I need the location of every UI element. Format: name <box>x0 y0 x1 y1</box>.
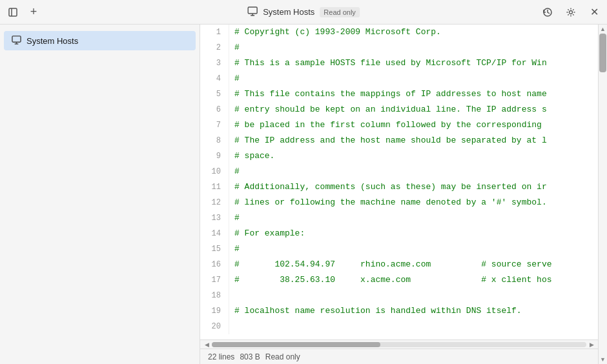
history-icon[interactable] <box>541 6 554 19</box>
table-row: 13# <box>200 210 598 226</box>
title-bar-center: System Hosts Read only <box>247 6 360 19</box>
svg-rect-0 <box>9 8 17 16</box>
table-row: 16# 102.54.94.97 rhino.acme.com # source… <box>200 257 598 272</box>
line-number: 13 <box>200 210 229 226</box>
line-number: 1 <box>200 25 229 40</box>
line-code: # This file contains the mappings of IP … <box>229 86 598 102</box>
table-row: 9# space. <box>200 148 598 164</box>
line-code: # This is a sample HOSTS file used by Mi… <box>229 56 598 71</box>
table-row: 5# This file contains the mappings of IP… <box>200 86 598 102</box>
close-icon[interactable]: ✕ <box>588 6 601 19</box>
editor-right: 1# Copyright (c) 1993-2009 Microsoft Cor… <box>200 25 607 364</box>
table-row: 17# 38.25.63.10 x.acme.com # x client ho… <box>200 272 598 288</box>
new-tab-button[interactable]: + <box>27 6 40 19</box>
table-row: 2# <box>200 40 598 56</box>
status-bar: 22 lines 803 B Read only <box>200 349 598 364</box>
svg-rect-2 <box>248 7 257 14</box>
v-scroll-down-arrow[interactable]: ▼ <box>599 355 607 364</box>
line-number: 3 <box>200 56 229 71</box>
line-number: 16 <box>200 257 229 272</box>
line-number: 15 <box>200 241 229 257</box>
line-number: 20 <box>200 319 229 334</box>
h-scroll-left-arrow[interactable]: ◀ <box>201 341 212 349</box>
sidebar-item-system-hosts[interactable]: System Hosts <box>4 31 196 50</box>
line-code: # lines or following the machine name de… <box>229 195 598 210</box>
line-code: # Copyright (c) 1993-2009 Microsoft Corp… <box>229 25 598 40</box>
table-row: 4# <box>200 71 598 86</box>
line-number: 5 <box>200 86 229 102</box>
status-mode: Read only <box>265 352 300 361</box>
line-code: # <box>229 71 598 86</box>
h-scroll-thumb[interactable] <box>212 342 380 347</box>
line-code <box>229 288 598 303</box>
line-number: 4 <box>200 71 229 86</box>
line-number: 8 <box>200 133 229 148</box>
line-number: 9 <box>200 148 229 164</box>
horizontal-scrollbar[interactable]: ◀ ▶ <box>200 339 598 349</box>
title-bar: + System Hosts Read only <box>0 0 607 25</box>
editor-main-row: 1# Copyright (c) 1993-2009 Microsoft Cor… <box>200 25 607 364</box>
table-row: 19# localhost name resolution is handled… <box>200 303 598 319</box>
code-scroll[interactable]: 1# Copyright (c) 1993-2009 Microsoft Cor… <box>200 25 598 339</box>
sidebar-item-label: System Hosts <box>26 36 78 46</box>
svg-rect-7 <box>12 36 21 42</box>
line-code: # <box>229 210 598 226</box>
read-only-badge: Read only <box>320 7 360 17</box>
line-code: # The IP address and the host name shoul… <box>229 133 598 148</box>
line-code: # localhost name resolution is handled w… <box>229 303 598 319</box>
line-code: # <box>229 164 598 179</box>
main-layout: System Hosts 1# Copyright (c) 1993-2009 … <box>0 25 607 364</box>
table-row: 15# <box>200 241 598 257</box>
editor-area: 1# Copyright (c) 1993-2009 Microsoft Cor… <box>200 25 598 364</box>
line-code: # entry should be kept on an individual … <box>229 102 598 117</box>
line-code: # For example: <box>229 226 598 241</box>
sidebar-toggle-button[interactable] <box>6 6 19 19</box>
line-code: # <box>229 241 598 257</box>
line-code: # 38.25.63.10 x.acme.com # x client hos <box>229 272 598 288</box>
code-lines: 1# Copyright (c) 1993-2009 Microsoft Cor… <box>200 25 598 334</box>
sidebar-monitor-icon <box>12 35 21 46</box>
line-number: 11 <box>200 179 229 195</box>
line-code: # be placed in the first column followed… <box>229 117 598 133</box>
line-code: # space. <box>229 148 598 164</box>
table-row: 7# be placed in the first column followe… <box>200 117 598 133</box>
line-code: # <box>229 40 598 56</box>
title-bar-right: ✕ <box>541 6 601 19</box>
v-scroll-up-arrow[interactable]: ▲ <box>599 25 607 34</box>
line-code: # Additionally, comments (such as these)… <box>229 179 598 195</box>
status-size: 803 B <box>240 352 260 361</box>
v-scroll-thumb[interactable] <box>599 34 606 72</box>
table-row: 20 <box>200 319 598 334</box>
line-number: 2 <box>200 40 229 56</box>
h-scroll-track[interactable] <box>212 342 586 347</box>
line-number: 10 <box>200 164 229 179</box>
line-code: # 102.54.94.97 rhino.acme.com # source s… <box>229 257 598 272</box>
sidebar: System Hosts <box>0 25 200 364</box>
svg-point-6 <box>570 10 573 14</box>
vertical-scrollbar[interactable]: ▲ ▼ <box>598 25 607 364</box>
v-scroll-track[interactable] <box>599 34 607 355</box>
line-code <box>229 319 598 334</box>
table-row: 1# Copyright (c) 1993-2009 Microsoft Cor… <box>200 25 598 40</box>
line-number: 14 <box>200 226 229 241</box>
table-row: 3# This is a sample HOSTS file used by M… <box>200 56 598 71</box>
editor-content: 1# Copyright (c) 1993-2009 Microsoft Cor… <box>200 25 598 364</box>
settings-icon[interactable] <box>564 6 577 19</box>
table-row: 6# entry should be kept on an individual… <box>200 102 598 117</box>
h-scroll-right-arrow[interactable]: ▶ <box>586 341 597 349</box>
line-number: 17 <box>200 272 229 288</box>
tab-title: System Hosts <box>263 7 314 17</box>
line-number: 12 <box>200 195 229 210</box>
table-row: 12# lines or following the machine name … <box>200 195 598 210</box>
line-number: 19 <box>200 303 229 319</box>
table-row: 18 <box>200 288 598 303</box>
table-row: 14# For example: <box>200 226 598 241</box>
title-bar-left: + <box>6 6 40 19</box>
tab-monitor-icon <box>247 6 258 19</box>
table-row: 8# The IP address and the host name shou… <box>200 133 598 148</box>
line-number: 7 <box>200 117 229 133</box>
line-number: 18 <box>200 288 229 303</box>
status-lines: 22 lines <box>208 352 234 361</box>
table-row: 10# <box>200 164 598 179</box>
line-number: 6 <box>200 102 229 117</box>
